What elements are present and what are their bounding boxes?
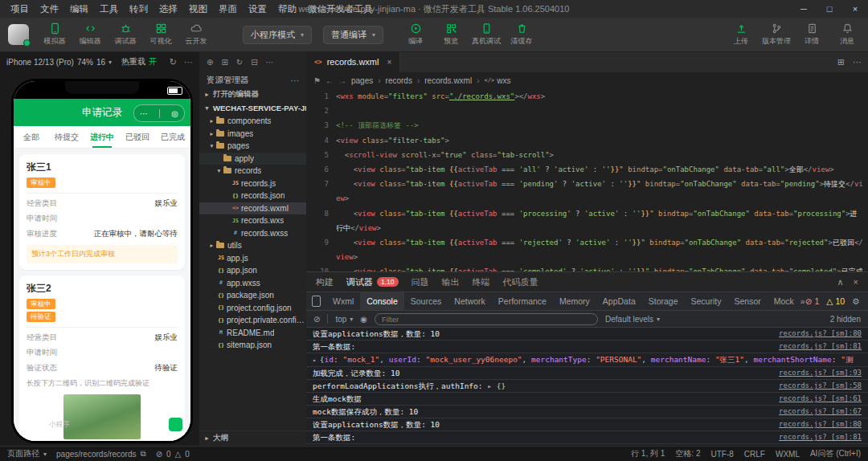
mini-tab-已驳回[interactable]: 已驳回 <box>120 126 155 148</box>
devtools-tab-Performance[interactable]: Performance <box>492 292 553 310</box>
tree-item-apply[interactable]: apply <box>199 153 306 165</box>
status-item[interactable]: WXML <box>776 450 800 459</box>
panel-tab-终端[interactable]: 终端 <box>473 276 490 288</box>
breadcrumb-item-pages[interactable]: pages <box>351 76 373 85</box>
tree-item-app.wxss[interactable]: #app.wxss <box>199 277 306 290</box>
clear-cache-button[interactable]: 清缓存 <box>504 22 539 47</box>
panel-tab-问题[interactable]: 问题 <box>411 276 429 288</box>
outline-section[interactable]: 大纲 <box>199 430 306 445</box>
mode-select[interactable]: 小程序模式 <box>243 26 312 44</box>
more-icon[interactable] <box>291 75 300 85</box>
error-count[interactable]: 1 <box>805 296 820 306</box>
device-mode-icon[interactable] <box>312 296 321 307</box>
eye-icon[interactable] <box>360 315 367 324</box>
menu-选择[interactable]: 选择 <box>154 3 183 15</box>
tree-item-records[interactable]: ▾records <box>199 165 306 177</box>
console-log[interactable]: 设置applications数据，数量: 10records.js? [sm]:… <box>306 328 868 447</box>
console-source-link[interactable]: records.js? [sm]:67 <box>779 406 862 417</box>
tree-item-pages[interactable]: ▾pages <box>199 140 306 153</box>
mini-tab-已完成[interactable]: 已完成 <box>155 126 190 148</box>
problems-summary[interactable]: 0 0 <box>156 450 190 459</box>
console-source-link[interactable]: records.js? [sm]:81 <box>779 341 862 352</box>
page-path[interactable]: pages/records/records <box>56 449 146 459</box>
menu-工具[interactable]: 工具 <box>94 3 124 15</box>
status-item[interactable]: 行 1, 列 1 <box>631 448 665 459</box>
devtools-tab-Security[interactable]: Security <box>685 292 728 310</box>
compile-button[interactable]: 编译 <box>398 22 433 47</box>
menu-帮助[interactable]: 帮助 <box>272 3 302 15</box>
menu-文件[interactable]: 文件 <box>35 3 64 15</box>
status-item[interactable]: UTF-8 <box>710 450 733 459</box>
home-icon[interactable] <box>171 109 178 118</box>
float-button[interactable] <box>169 418 182 431</box>
panel-tab-代码质量[interactable]: 代码质量 <box>503 276 538 288</box>
devtools-tab-Sensor[interactable]: Sensor <box>727 292 767 310</box>
menu-转到[interactable]: 转到 <box>124 3 154 15</box>
split-editor-icon[interactable] <box>837 57 845 67</box>
avatar[interactable] <box>8 24 29 45</box>
console-source-link[interactable]: records.js? [sm]:80 <box>779 328 862 339</box>
devtools-tab-AppData[interactable]: AppData <box>596 292 642 310</box>
devtools-tab-Sources[interactable]: Sources <box>404 292 448 310</box>
cloud-dev-button[interactable]: 云开发 <box>178 22 214 47</box>
devtools-tab-Memory[interactable]: Memory <box>553 292 596 310</box>
collapse-all-icon[interactable] <box>251 58 257 67</box>
panel-tab-构建[interactable]: 构建 <box>316 276 334 288</box>
tree-item-records.wxss[interactable]: #records.wxss <box>199 227 306 240</box>
console-filter-input[interactable] <box>375 313 598 325</box>
clear-console-icon[interactable] <box>313 315 320 324</box>
tree-item-records.wxs[interactable]: JSrecords.wxs <box>199 214 306 227</box>
device-select[interactable]: iPhone 12/13 (Pro) 74% 16 <box>6 58 112 67</box>
tree-item-records.js[interactable]: JSrecords.js <box>199 177 306 190</box>
menu-项目[interactable]: 项目 <box>5 3 35 15</box>
context-select[interactable]: top <box>335 315 353 324</box>
editor-tab-records-wxml[interactable]: <> records.wxml <box>306 51 400 72</box>
refresh-icon[interactable] <box>236 58 243 67</box>
menu-视图[interactable]: 视图 <box>183 3 213 15</box>
more-icon[interactable] <box>853 57 862 67</box>
status-item[interactable]: CRLF <box>744 450 765 459</box>
messages-button[interactable]: 消息 <box>829 22 865 47</box>
more-icon[interactable] <box>140 109 148 118</box>
tree-item-app.json[interactable]: {}app.json <box>199 264 306 277</box>
console-source-link[interactable]: records.js? [sm]:81 <box>779 432 862 443</box>
devtools-tab-Network[interactable]: Network <box>448 292 492 310</box>
log-levels-select[interactable]: Default levels <box>605 315 660 324</box>
collapse-panel-icon[interactable] <box>837 277 844 288</box>
copy-icon[interactable] <box>141 449 146 459</box>
details-button[interactable]: 详情 <box>794 22 829 47</box>
panel-tab-输出[interactable]: 输出 <box>442 276 460 288</box>
rotate-icon[interactable] <box>170 57 177 67</box>
record-card[interactable]: 张三1审核中经营类目娱乐业申请时间审核进度正在审核中，请耐心等待预计3个工作日内… <box>19 154 185 270</box>
capsule-menu[interactable] <box>133 104 185 122</box>
more-icon[interactable] <box>184 57 193 67</box>
hot-reload-toggle[interactable]: 热重载 开 <box>121 56 157 67</box>
new-file-icon[interactable] <box>207 58 213 67</box>
menu-设置[interactable]: 设置 <box>243 3 272 15</box>
mini-tab-进行中[interactable]: 进行中 <box>84 126 120 148</box>
close-panel-icon[interactable] <box>854 277 858 288</box>
visualizer-toggle-button[interactable]: 可视化 <box>143 22 178 47</box>
console-source-link[interactable]: records.js? [sm]:58 <box>779 381 862 391</box>
console-source-link[interactable]: records.js? [sm]:80 <box>779 419 862 430</box>
preview-button[interactable]: 预览 <box>433 22 469 47</box>
menu-编辑[interactable]: 编辑 <box>64 3 94 15</box>
devtools-tab-Wxml[interactable]: Wxml <box>326 292 360 310</box>
open-editors-section[interactable]: 打开的编辑器 <box>199 88 306 101</box>
devtools-tab-Mock[interactable]: Mock <box>768 292 800 310</box>
tree-item-project.config.json[interactable]: {}project.config.json <box>199 302 306 315</box>
editor-toggle-button[interactable]: 编辑器 <box>72 22 108 47</box>
console-source-link[interactable]: records.js? [sm]:93 <box>779 368 862 378</box>
settings-icon[interactable] <box>852 296 859 306</box>
breadcrumb-item-wxs[interactable]: wxs <box>485 76 511 85</box>
maximize-button[interactable] <box>817 0 842 18</box>
qr-photo[interactable] <box>63 394 141 439</box>
bookmark-icon[interactable] <box>313 76 321 85</box>
expand-icon[interactable]: ▸ <box>313 357 317 364</box>
minimize-button[interactable] <box>791 0 817 18</box>
real-device-debug-button[interactable]: 真机调试 <box>469 22 504 47</box>
tree-item-records.json[interactable]: {}records.json <box>199 190 306 202</box>
compile-mode-select[interactable]: 普通编译 <box>323 26 383 44</box>
tree-item-app.js[interactable]: JSapp.js <box>199 252 306 265</box>
tree-item-package.json[interactable]: {}package.json <box>199 289 306 302</box>
